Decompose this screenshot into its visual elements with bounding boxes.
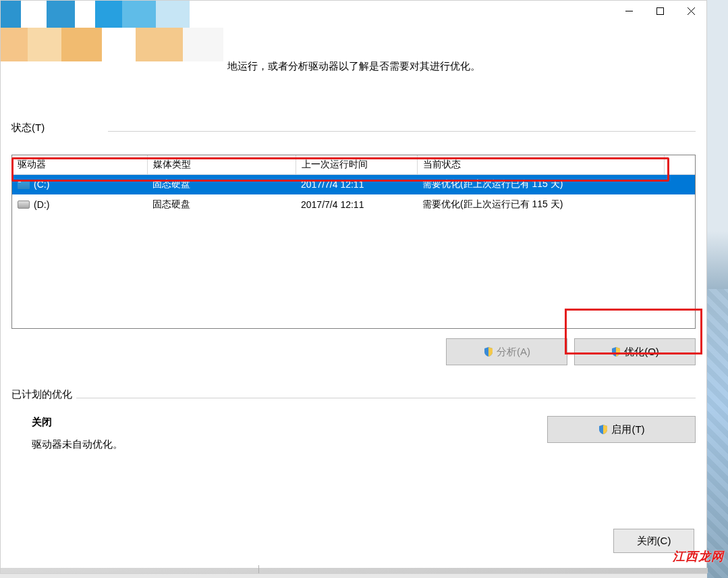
- close-label: 关闭(C): [637, 535, 671, 548]
- description-text: 地运行，或者分析驱动器以了解是否需要对其进行优化。: [227, 60, 696, 73]
- column-last-run[interactable]: 上一次运行时间: [296, 155, 417, 174]
- drive-status: 需要优化(距上次运行已有 115 天): [417, 174, 695, 194]
- shield-icon: [598, 424, 609, 435]
- taskbar-separator: [258, 565, 259, 573]
- scheduled-note: 驱动器未自动优化。: [32, 438, 123, 451]
- divider-line: [108, 131, 696, 132]
- shield-icon: [483, 346, 494, 357]
- system-drive-icon: [18, 180, 30, 189]
- scheduled-label: 已计划的优化: [11, 388, 72, 401]
- divider-line: [76, 398, 696, 398]
- optimize-label: 优化(O): [624, 346, 659, 359]
- scheduled-section-header: 已计划的优化: [11, 388, 696, 401]
- table-row[interactable]: (C:) 固态硬盘 2017/7/4 12:11 需要优化(距上次运行已有 11…: [12, 174, 695, 194]
- optimize-drives-window: 地运行，或者分析驱动器以了解是否需要对其进行优化。 状态(T) 驱动器 媒体类型…: [0, 0, 707, 574]
- action-button-row: 分析(A) 优化(O): [11, 338, 696, 365]
- column-drive[interactable]: 驱动器: [12, 155, 147, 174]
- drive-media: 固态硬盘: [147, 174, 296, 194]
- analyze-label: 分析(A): [497, 346, 530, 359]
- drive-media: 固态硬盘: [147, 194, 296, 215]
- censored-region-top: [1, 1, 190, 28]
- scheduled-status-block: 关闭 驱动器未自动优化。: [11, 416, 123, 451]
- censored-region-icon: [1, 28, 223, 61]
- drive-name: (D:): [34, 199, 49, 210]
- hard-drive-icon: [18, 201, 30, 209]
- minimize-button[interactable]: [613, 1, 644, 21]
- table-header-row: 驱动器 媒体类型 上一次运行时间 当前状态: [12, 155, 695, 174]
- shield-icon: [611, 346, 621, 357]
- watermark-text: 江西龙网: [673, 548, 724, 564]
- drive-status: 需要优化(距上次运行已有 115 天): [417, 194, 695, 215]
- enable-label: 启用(T): [611, 423, 644, 436]
- drive-last-run: 2017/7/4 12:11: [296, 194, 417, 215]
- column-status[interactable]: 当前状态: [417, 155, 664, 174]
- svg-rect-1: [656, 7, 663, 14]
- drives-table[interactable]: 驱动器 媒体类型 上一次运行时间 当前状态 (C:): [11, 155, 696, 329]
- status-label: 状态(T): [11, 122, 45, 134]
- scheduled-state: 关闭: [32, 416, 123, 429]
- maximize-button[interactable]: [644, 1, 675, 21]
- column-media[interactable]: 媒体类型: [147, 155, 296, 174]
- desktop-background-strip: [707, 0, 728, 578]
- enable-schedule-button[interactable]: 启用(T): [547, 416, 696, 443]
- taskbar-fragment: [1, 568, 708, 573]
- column-spacer: [664, 155, 695, 174]
- close-window-button[interactable]: [675, 1, 706, 21]
- drive-last-run: 2017/7/4 12:11: [296, 174, 417, 194]
- optimize-button[interactable]: 优化(O): [574, 338, 696, 365]
- drive-name: (C:): [34, 179, 49, 190]
- analyze-button[interactable]: 分析(A): [446, 338, 567, 365]
- status-section-header: 状态(T): [11, 122, 696, 134]
- table-row[interactable]: (D:) 固态硬盘 2017/7/4 12:11 需要优化(距上次运行已有 11…: [12, 194, 695, 215]
